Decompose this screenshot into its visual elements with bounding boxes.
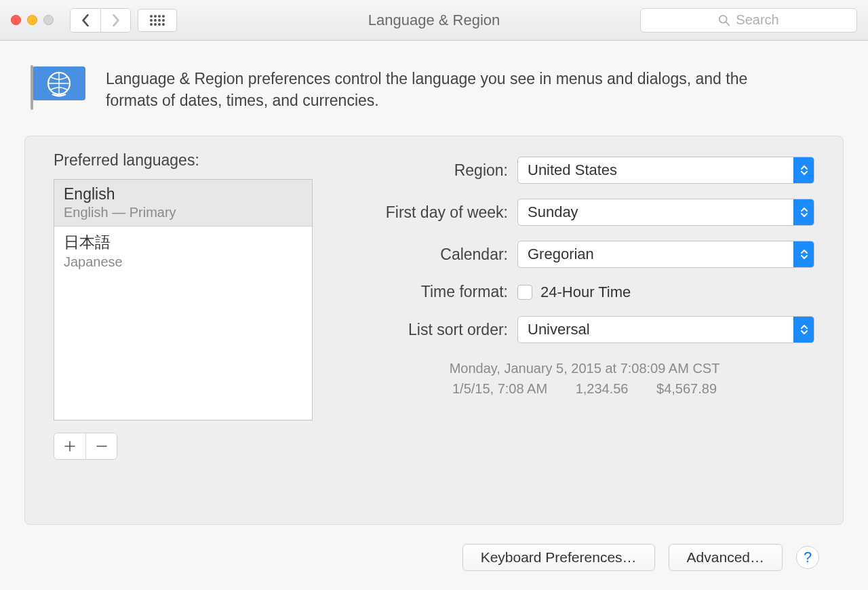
add-language-button[interactable]	[54, 433, 85, 459]
titlebar: Language & Region Search	[0, 0, 868, 41]
keyboard-preferences-button[interactable]: Keyboard Preferences…	[462, 544, 655, 571]
language-item-japanese[interactable]: 日本語 Japanese	[54, 227, 312, 275]
example-currency: $4,567.89	[656, 381, 717, 396]
advanced-label: Advanced…	[687, 549, 764, 566]
list-sort-popup[interactable]: Universal	[517, 316, 814, 343]
svg-point-5	[154, 19, 157, 22]
list-sort-value: Universal	[518, 321, 793, 338]
language-name: English	[64, 185, 302, 203]
example-number: 1,234.56	[576, 381, 629, 396]
language-subtitle: Japanese	[64, 254, 302, 270]
show-all-button[interactable]	[138, 9, 177, 32]
minimize-window-button[interactable]	[27, 15, 37, 25]
svg-point-8	[150, 23, 153, 26]
first-day-label: First day of week:	[355, 203, 517, 222]
chevron-up-down-icon	[793, 157, 814, 183]
search-placeholder: Search	[736, 12, 778, 28]
footer: Keyboard Preferences… Advanced… ?	[24, 525, 844, 578]
chevron-up-down-icon	[793, 199, 814, 225]
calendar-value: Gregorian	[518, 245, 793, 263]
first-day-popup[interactable]: Sunday	[517, 199, 814, 226]
svg-rect-18	[31, 65, 33, 110]
svg-point-1	[154, 15, 157, 18]
region-value: United States	[518, 161, 793, 179]
svg-point-3	[162, 15, 165, 18]
example-short-date: 1/5/15, 7:08 AM	[452, 381, 547, 396]
preferences-window: Language & Region Search Language & Regi…	[0, 0, 868, 590]
language-item-english[interactable]: English English — Primary	[54, 180, 312, 227]
first-day-value: Sunday	[518, 203, 793, 221]
svg-point-2	[158, 15, 161, 18]
back-button[interactable]	[71, 9, 100, 32]
chevron-left-icon	[81, 14, 90, 26]
add-remove-controls	[54, 433, 117, 460]
24-hour-label: 24-Hour Time	[540, 283, 631, 301]
search-field[interactable]: Search	[640, 8, 857, 33]
preferred-languages-section: Preferred languages: English English — P…	[54, 151, 338, 460]
window-controls	[11, 15, 54, 25]
region-settings: Region: United States	[355, 151, 814, 460]
remove-language-button[interactable]	[85, 433, 117, 459]
svg-point-11	[162, 23, 165, 26]
plus-icon	[64, 441, 75, 452]
language-name: 日本語	[64, 232, 302, 253]
question-icon: ?	[804, 549, 812, 566]
svg-point-0	[150, 15, 153, 18]
advanced-button[interactable]: Advanced…	[669, 544, 783, 571]
grid-icon	[149, 14, 165, 26]
nav-back-forward	[70, 8, 131, 33]
chevron-right-icon	[111, 14, 121, 26]
un-flag-icon	[24, 64, 88, 113]
svg-point-4	[150, 19, 153, 22]
svg-point-12	[719, 15, 727, 22]
language-list[interactable]: English English — Primary 日本語 Japanese	[54, 179, 313, 420]
example-long-date: Monday, January 5, 2015 at 7:08:09 AM CS…	[355, 358, 814, 378]
window-title: Language & Region	[368, 12, 500, 29]
search-icon	[718, 14, 730, 26]
settings-panel: Preferred languages: English English — P…	[24, 136, 844, 525]
time-format-label: Time format:	[355, 283, 517, 301]
calendar-popup[interactable]: Gregorian	[517, 241, 814, 268]
help-button[interactable]: ?	[796, 546, 819, 569]
region-popup[interactable]: United States	[517, 157, 814, 184]
intro-text: Language & Region preferences control th…	[106, 64, 791, 111]
list-sort-label: List sort order:	[355, 321, 517, 339]
svg-point-7	[162, 19, 165, 22]
preferred-languages-heading: Preferred languages:	[54, 151, 338, 170]
calendar-label: Calendar:	[355, 245, 517, 264]
svg-line-13	[726, 22, 730, 25]
language-subtitle: English — Primary	[64, 205, 302, 220]
svg-point-10	[158, 23, 161, 26]
24-hour-checkbox[interactable]	[517, 285, 532, 300]
region-label: Region:	[355, 161, 517, 180]
content: Language & Region preferences control th…	[0, 41, 868, 590]
svg-point-6	[158, 19, 161, 22]
format-examples: Monday, January 5, 2015 at 7:08:09 AM CS…	[355, 358, 814, 399]
chevron-up-down-icon	[793, 317, 814, 342]
forward-button[interactable]	[100, 9, 130, 32]
svg-point-9	[154, 23, 157, 26]
intro: Language & Region preferences control th…	[24, 64, 844, 113]
keyboard-preferences-label: Keyboard Preferences…	[481, 549, 637, 566]
close-window-button[interactable]	[11, 15, 21, 25]
zoom-window-button[interactable]	[43, 15, 54, 25]
chevron-up-down-icon	[793, 241, 814, 267]
minus-icon	[96, 441, 107, 452]
